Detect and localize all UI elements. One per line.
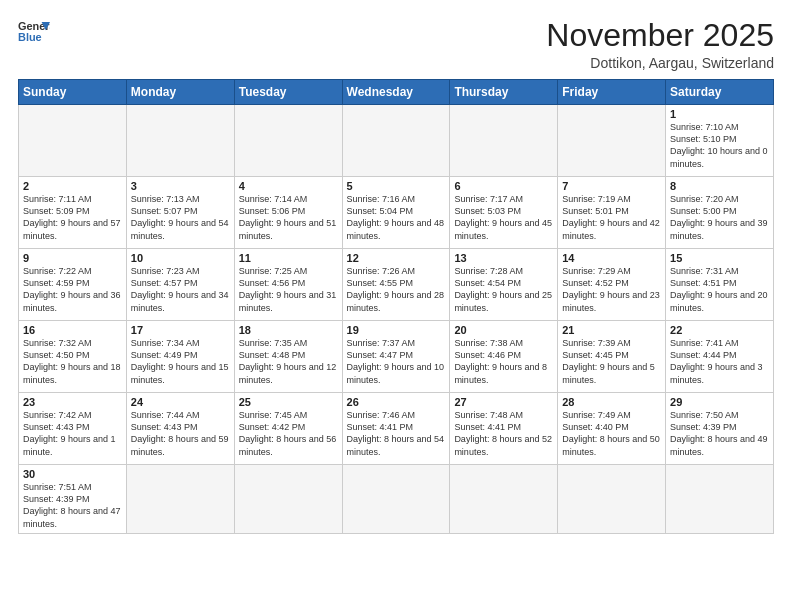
table-row: 29Sunrise: 7:50 AM Sunset: 4:39 PM Dayli… (666, 393, 774, 465)
day-number: 29 (670, 396, 769, 408)
day-info: Sunrise: 7:50 AM Sunset: 4:39 PM Dayligh… (670, 409, 769, 458)
day-info: Sunrise: 7:37 AM Sunset: 4:47 PM Dayligh… (347, 337, 446, 386)
table-row (450, 465, 558, 534)
table-row: 5Sunrise: 7:16 AM Sunset: 5:04 PM Daylig… (342, 177, 450, 249)
table-row: 23Sunrise: 7:42 AM Sunset: 4:43 PM Dayli… (19, 393, 127, 465)
day-info: Sunrise: 7:48 AM Sunset: 4:41 PM Dayligh… (454, 409, 553, 458)
day-number: 6 (454, 180, 553, 192)
day-info: Sunrise: 7:29 AM Sunset: 4:52 PM Dayligh… (562, 265, 661, 314)
day-number: 5 (347, 180, 446, 192)
table-row (342, 465, 450, 534)
table-row: 16Sunrise: 7:32 AM Sunset: 4:50 PM Dayli… (19, 321, 127, 393)
day-number: 20 (454, 324, 553, 336)
day-info: Sunrise: 7:41 AM Sunset: 4:44 PM Dayligh… (670, 337, 769, 386)
day-info: Sunrise: 7:42 AM Sunset: 4:43 PM Dayligh… (23, 409, 122, 458)
day-number: 11 (239, 252, 338, 264)
col-sunday: Sunday (19, 80, 127, 105)
day-number: 15 (670, 252, 769, 264)
logo: General Blue (18, 18, 50, 46)
col-monday: Monday (126, 80, 234, 105)
table-row (666, 465, 774, 534)
day-info: Sunrise: 7:10 AM Sunset: 5:10 PM Dayligh… (670, 121, 769, 170)
day-info: Sunrise: 7:20 AM Sunset: 5:00 PM Dayligh… (670, 193, 769, 242)
day-number: 19 (347, 324, 446, 336)
page: General Blue November 2025 Dottikon, Aar… (0, 0, 792, 612)
table-row: 17Sunrise: 7:34 AM Sunset: 4:49 PM Dayli… (126, 321, 234, 393)
day-number: 9 (23, 252, 122, 264)
calendar: Sunday Monday Tuesday Wednesday Thursday… (18, 79, 774, 534)
day-info: Sunrise: 7:28 AM Sunset: 4:54 PM Dayligh… (454, 265, 553, 314)
table-row: 11Sunrise: 7:25 AM Sunset: 4:56 PM Dayli… (234, 249, 342, 321)
day-info: Sunrise: 7:35 AM Sunset: 4:48 PM Dayligh… (239, 337, 338, 386)
day-number: 1 (670, 108, 769, 120)
day-info: Sunrise: 7:23 AM Sunset: 4:57 PM Dayligh… (131, 265, 230, 314)
table-row: 8Sunrise: 7:20 AM Sunset: 5:00 PM Daylig… (666, 177, 774, 249)
table-row: 21Sunrise: 7:39 AM Sunset: 4:45 PM Dayli… (558, 321, 666, 393)
table-row: 25Sunrise: 7:45 AM Sunset: 4:42 PM Dayli… (234, 393, 342, 465)
subtitle: Dottikon, Aargau, Switzerland (546, 55, 774, 71)
day-info: Sunrise: 7:49 AM Sunset: 4:40 PM Dayligh… (562, 409, 661, 458)
day-number: 13 (454, 252, 553, 264)
day-number: 17 (131, 324, 230, 336)
day-info: Sunrise: 7:13 AM Sunset: 5:07 PM Dayligh… (131, 193, 230, 242)
table-row: 14Sunrise: 7:29 AM Sunset: 4:52 PM Dayli… (558, 249, 666, 321)
table-row (234, 465, 342, 534)
day-number: 8 (670, 180, 769, 192)
col-tuesday: Tuesday (234, 80, 342, 105)
day-info: Sunrise: 7:34 AM Sunset: 4:49 PM Dayligh… (131, 337, 230, 386)
day-number: 24 (131, 396, 230, 408)
table-row: 28Sunrise: 7:49 AM Sunset: 4:40 PM Dayli… (558, 393, 666, 465)
day-info: Sunrise: 7:39 AM Sunset: 4:45 PM Dayligh… (562, 337, 661, 386)
day-number: 23 (23, 396, 122, 408)
day-info: Sunrise: 7:25 AM Sunset: 4:56 PM Dayligh… (239, 265, 338, 314)
table-row: 6Sunrise: 7:17 AM Sunset: 5:03 PM Daylig… (450, 177, 558, 249)
day-number: 3 (131, 180, 230, 192)
table-row: 27Sunrise: 7:48 AM Sunset: 4:41 PM Dayli… (450, 393, 558, 465)
day-number: 12 (347, 252, 446, 264)
day-number: 21 (562, 324, 661, 336)
table-row: 20Sunrise: 7:38 AM Sunset: 4:46 PM Dayli… (450, 321, 558, 393)
day-number: 7 (562, 180, 661, 192)
table-row: 1Sunrise: 7:10 AM Sunset: 5:10 PM Daylig… (666, 105, 774, 177)
table-row: 22Sunrise: 7:41 AM Sunset: 4:44 PM Dayli… (666, 321, 774, 393)
table-row: 18Sunrise: 7:35 AM Sunset: 4:48 PM Dayli… (234, 321, 342, 393)
day-number: 16 (23, 324, 122, 336)
day-number: 27 (454, 396, 553, 408)
table-row (19, 105, 127, 177)
table-row: 7Sunrise: 7:19 AM Sunset: 5:01 PM Daylig… (558, 177, 666, 249)
day-info: Sunrise: 7:32 AM Sunset: 4:50 PM Dayligh… (23, 337, 122, 386)
day-info: Sunrise: 7:26 AM Sunset: 4:55 PM Dayligh… (347, 265, 446, 314)
day-info: Sunrise: 7:31 AM Sunset: 4:51 PM Dayligh… (670, 265, 769, 314)
day-number: 4 (239, 180, 338, 192)
table-row: 12Sunrise: 7:26 AM Sunset: 4:55 PM Dayli… (342, 249, 450, 321)
table-row (126, 105, 234, 177)
day-info: Sunrise: 7:11 AM Sunset: 5:09 PM Dayligh… (23, 193, 122, 242)
col-thursday: Thursday (450, 80, 558, 105)
day-info: Sunrise: 7:38 AM Sunset: 4:46 PM Dayligh… (454, 337, 553, 386)
header-row: Sunday Monday Tuesday Wednesday Thursday… (19, 80, 774, 105)
day-number: 28 (562, 396, 661, 408)
day-info: Sunrise: 7:19 AM Sunset: 5:01 PM Dayligh… (562, 193, 661, 242)
table-row: 2Sunrise: 7:11 AM Sunset: 5:09 PM Daylig… (19, 177, 127, 249)
table-row: 4Sunrise: 7:14 AM Sunset: 5:06 PM Daylig… (234, 177, 342, 249)
day-number: 18 (239, 324, 338, 336)
table-row (126, 465, 234, 534)
table-row: 19Sunrise: 7:37 AM Sunset: 4:47 PM Dayli… (342, 321, 450, 393)
header: General Blue November 2025 Dottikon, Aar… (18, 18, 774, 71)
table-row (558, 105, 666, 177)
table-row: 3Sunrise: 7:13 AM Sunset: 5:07 PM Daylig… (126, 177, 234, 249)
day-number: 14 (562, 252, 661, 264)
day-info: Sunrise: 7:16 AM Sunset: 5:04 PM Dayligh… (347, 193, 446, 242)
svg-text:Blue: Blue (18, 31, 42, 43)
table-row: 30Sunrise: 7:51 AM Sunset: 4:39 PM Dayli… (19, 465, 127, 534)
day-info: Sunrise: 7:22 AM Sunset: 4:59 PM Dayligh… (23, 265, 122, 314)
day-info: Sunrise: 7:45 AM Sunset: 4:42 PM Dayligh… (239, 409, 338, 458)
day-number: 10 (131, 252, 230, 264)
day-info: Sunrise: 7:51 AM Sunset: 4:39 PM Dayligh… (23, 481, 122, 530)
table-row (234, 105, 342, 177)
day-info: Sunrise: 7:46 AM Sunset: 4:41 PM Dayligh… (347, 409, 446, 458)
table-row: 26Sunrise: 7:46 AM Sunset: 4:41 PM Dayli… (342, 393, 450, 465)
day-number: 30 (23, 468, 122, 480)
day-number: 26 (347, 396, 446, 408)
table-row: 15Sunrise: 7:31 AM Sunset: 4:51 PM Dayli… (666, 249, 774, 321)
